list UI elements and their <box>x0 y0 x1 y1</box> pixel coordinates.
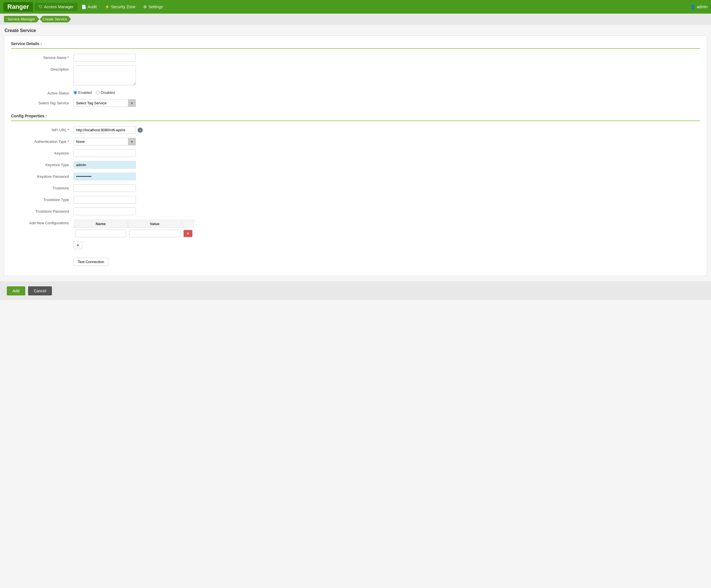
service-name-input[interactable] <box>73 54 136 62</box>
truststore-password-row: Truststore Password <box>11 207 700 215</box>
truststore-type-row: Truststore Type <box>11 196 700 204</box>
nifi-url-row: NiFi URL * i <box>11 126 700 134</box>
add-row-button[interactable]: + <box>73 241 82 249</box>
keystore-label: Keystore <box>11 150 73 155</box>
add-button[interactable]: Add <box>7 286 25 295</box>
breadcrumb: Service Manager Create Service <box>0 14 711 25</box>
nifi-url-input[interactable] <box>73 126 136 134</box>
service-name-label: Service Name * <box>11 54 73 60</box>
truststore-password-label: Truststore Password <box>11 207 73 213</box>
nav-audit[interactable]: 📄 Audit <box>78 3 101 11</box>
enabled-radio[interactable] <box>73 91 77 94</box>
shield-icon: 🛡 <box>39 4 43 9</box>
select-tag-wrapper: Select Tag Service ▼ <box>73 99 136 107</box>
active-status-group: Enabled Disabled <box>73 89 115 95</box>
info-icon[interactable]: i <box>137 128 143 133</box>
settings-icon: ⚙ <box>143 4 147 9</box>
add-config-label: Add New Configurations <box>11 219 73 225</box>
description-row: Description <box>11 66 700 85</box>
auth-type-label: Authentication Type * <box>11 138 73 144</box>
add-config-row: Add New Configurations Name Value <box>11 219 700 249</box>
keystore-password-label: Keystore Password <box>11 173 73 179</box>
brand-logo[interactable]: Ranger <box>3 2 33 12</box>
config-name-header: Name <box>74 220 127 228</box>
nifi-url-input-wrapper: i <box>73 126 143 134</box>
bottom-bar: Add Cancel <box>0 281 711 300</box>
nav-items: 🛡 Access Manager 📄 Audit ⚡ Security Zone… <box>35 3 690 11</box>
keystore-input[interactable] <box>73 150 136 157</box>
test-connection-row: Test Connection <box>11 253 700 266</box>
plus-icon: + <box>77 243 79 248</box>
config-table-wrapper: Name Value ✕ <box>73 219 195 249</box>
cancel-button[interactable]: Cancel <box>28 286 52 295</box>
keystore-type-label: Keystore Type <box>11 161 73 167</box>
truststore-password-input[interactable] <box>73 207 136 215</box>
truststore-label: Truststore <box>11 184 73 190</box>
truststore-input[interactable] <box>73 184 136 192</box>
truststore-row: Truststore <box>11 184 700 192</box>
config-table-row: ✕ <box>74 228 194 239</box>
config-value-header: Value <box>128 220 181 228</box>
nifi-url-label: NiFi URL * <box>11 126 73 132</box>
disabled-radio[interactable] <box>96 91 100 94</box>
test-connection-button[interactable]: Test Connection <box>73 258 108 266</box>
enabled-radio-label[interactable]: Enabled <box>73 90 92 95</box>
service-details-header: Service Details : <box>11 41 700 49</box>
admin-area[interactable]: 👤 admin <box>690 4 708 9</box>
admin-icon: 👤 <box>690 4 695 9</box>
select-tag-row: Select Tag Service Select Tag Service ▼ <box>11 99 700 107</box>
close-icon: ✕ <box>187 231 190 235</box>
service-name-row: Service Name * <box>11 54 700 62</box>
config-action-header <box>182 220 194 228</box>
breadcrumb-create-service[interactable]: Create Service <box>40 16 71 22</box>
select-tag-service[interactable]: Select Tag Service <box>73 99 136 107</box>
config-table: Name Value ✕ <box>73 219 195 239</box>
keystore-row: Keystore <box>11 150 700 157</box>
keystore-password-row: Keystore Password <box>11 173 700 180</box>
keystore-type-row: Keystore Type <box>11 161 700 169</box>
description-label: Description <box>11 66 73 71</box>
config-properties-header: Config Properties : <box>11 114 700 121</box>
truststore-type-label: Truststore Type <box>11 196 73 202</box>
security-icon: ⚡ <box>105 4 109 9</box>
description-input[interactable] <box>73 66 136 85</box>
config-name-input[interactable] <box>75 230 126 237</box>
audit-icon: 📄 <box>82 4 86 9</box>
active-status-label: Active Status <box>11 89 73 95</box>
navbar: Ranger 🛡 Access Manager 📄 Audit ⚡ Securi… <box>0 0 711 14</box>
truststore-type-input[interactable] <box>73 196 136 204</box>
keystore-type-input[interactable] <box>73 161 136 169</box>
keystore-password-input[interactable] <box>73 173 136 180</box>
auth-type-wrapper: None SSL Kerberos ▼ <box>73 138 136 145</box>
remove-config-button[interactable]: ✕ <box>184 230 192 237</box>
main-content: Service Details : Service Name * Descrip… <box>4 36 707 276</box>
config-value-input[interactable] <box>129 230 180 237</box>
nav-access-manager[interactable]: 🛡 Access Manager <box>35 3 78 11</box>
nav-settings[interactable]: ⚙ Settings <box>139 3 167 11</box>
breadcrumb-service-manager[interactable]: Service Manager <box>4 16 39 22</box>
test-connection-spacer <box>11 253 73 255</box>
select-tag-label: Select Tag Service <box>11 99 73 105</box>
disabled-radio-label[interactable]: Disabled <box>96 90 115 95</box>
nav-security-zone[interactable]: ⚡ Security Zone <box>101 3 139 11</box>
auth-type-select[interactable]: None SSL Kerberos <box>73 138 136 145</box>
auth-type-row: Authentication Type * None SSL Kerberos … <box>11 138 700 145</box>
active-status-row: Active Status Enabled Disabled <box>11 89 700 95</box>
page-title: Create Service <box>0 25 711 36</box>
